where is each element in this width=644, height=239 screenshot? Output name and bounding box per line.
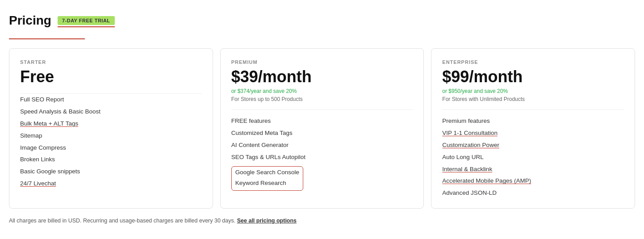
list-item: Sitemap bbox=[20, 132, 202, 140]
list-item: Google Search Console bbox=[235, 168, 299, 177]
list-item: Speed Analysis & Basic Boost bbox=[20, 108, 202, 116]
plan-price-sub-enterprise: or $950/year and save 20% bbox=[442, 88, 624, 94]
list-item: Basic Google snippets bbox=[20, 168, 202, 176]
plan-stores-premium: For Stores up to 500 Products bbox=[231, 96, 413, 110]
see-all-pricing-link[interactable]: See all pricing options bbox=[237, 218, 297, 224]
plan-price-premium: $39/month bbox=[231, 67, 413, 86]
plan-price-sub-premium: or $374/year and save 20% bbox=[231, 88, 413, 94]
pricing-cards: STARTERFreeFull SEO ReportSpeed Analysis… bbox=[9, 48, 635, 209]
features-list-enterprise: Premium featuresVIP 1-1 ConsultationCust… bbox=[442, 117, 624, 197]
list-item: 24/7 Livechat bbox=[20, 180, 202, 188]
list-item: Accelerated Mobile Pages (AMP) bbox=[442, 177, 624, 185]
plan-label-starter: STARTER bbox=[20, 59, 202, 65]
list-item: Customized Meta Tags bbox=[231, 129, 413, 138]
feature-underlined: Customization Power bbox=[442, 142, 499, 148]
plan-price-starter: Free bbox=[20, 67, 202, 94]
header-underline bbox=[9, 38, 85, 39]
feature-underlined: 24/7 Livechat bbox=[20, 180, 56, 187]
feature-underlined: Bulk Meta + ALT Tags bbox=[20, 120, 78, 127]
card-starter: STARTERFreeFull SEO ReportSpeed Analysis… bbox=[9, 48, 213, 209]
list-item: AI Content Generator bbox=[231, 141, 413, 150]
features-list-starter: Full SEO ReportSpeed Analysis & Basic Bo… bbox=[20, 96, 202, 188]
list-item: Broken Links bbox=[20, 155, 202, 164]
list-item-box: Google Search ConsoleKeyword Research bbox=[231, 165, 413, 191]
list-item: Image Compress bbox=[20, 144, 202, 152]
plan-stores-enterprise: For Stores with Unlimited Products bbox=[442, 96, 624, 110]
list-item: Full SEO Report bbox=[20, 96, 202, 104]
plan-label-premium: PREMIUM bbox=[231, 59, 413, 65]
card-enterprise: ENTERPRISE$99/monthor $950/year and save… bbox=[431, 48, 635, 209]
trial-badge: 7-DAY FREE TRIAL bbox=[58, 16, 115, 25]
list-item: SEO Tags & URLs Autopilot bbox=[231, 153, 413, 162]
list-item: Internal & Backlink bbox=[442, 165, 624, 174]
list-item: Advanced JSON-LD bbox=[442, 189, 624, 197]
list-item: Customization Power bbox=[442, 141, 624, 150]
list-item: VIP 1-1 Consultation bbox=[442, 129, 624, 138]
feature-underlined: VIP 1-1 Consultation bbox=[442, 130, 498, 136]
card-premium: PREMIUM$39/monthor $374/year and save 20… bbox=[220, 48, 424, 209]
features-list-premium: FREE featuresCustomized Meta TagsAI Cont… bbox=[231, 117, 413, 191]
list-item: FREE features bbox=[231, 117, 413, 126]
feature-underlined: Accelerated Mobile Pages (AMP) bbox=[442, 177, 531, 184]
list-item: Bulk Meta + ALT Tags bbox=[20, 120, 202, 128]
page-title: Pricing bbox=[9, 13, 51, 28]
list-item: Keyword Research bbox=[235, 179, 299, 188]
page-header: Pricing 7-DAY FREE TRIAL bbox=[9, 13, 635, 28]
plan-price-enterprise: $99/month bbox=[442, 67, 624, 86]
plan-label-enterprise: ENTERPRISE bbox=[442, 59, 624, 65]
list-item: Premium features bbox=[442, 117, 624, 126]
list-item: Auto Long URL bbox=[442, 153, 624, 162]
feature-box-group: Google Search ConsoleKeyword Research bbox=[231, 166, 303, 191]
footer-text: All charges are billed in USD. Recurring… bbox=[9, 218, 635, 224]
feature-underlined: Internal & Backlink bbox=[442, 166, 492, 172]
